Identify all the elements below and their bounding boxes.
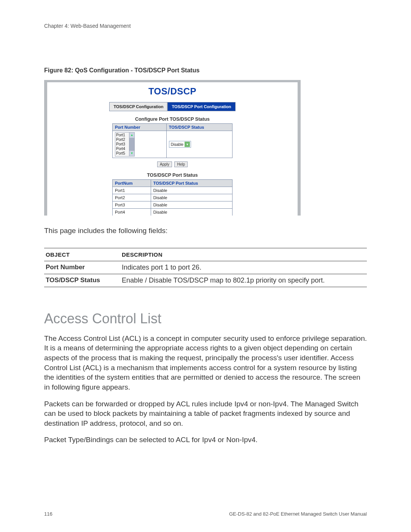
field-object: TOS/DSCP Status — [44, 274, 120, 287]
status-dropdown[interactable]: Disable ▾ — [169, 141, 191, 148]
configure-port-title: Configure Port TOS/DSCP Status — [47, 117, 298, 122]
dropdown-value: Disable — [171, 142, 183, 147]
chapter-label: Chapter 4: Web-Based Management — [44, 23, 367, 29]
table-row: Port2 Disable — [113, 194, 233, 201]
portstatus-cell: Disable — [151, 209, 232, 216]
portstatus-cell: Disable — [151, 201, 232, 209]
portstatus-cell: Disable — [151, 194, 232, 201]
table-row: TOS/DSCP Status Enable / Disable TOS/DSC… — [44, 274, 367, 287]
status-table: PortNum TOS/DSCP Port Status Port1 Disab… — [112, 179, 233, 216]
section-heading: Access Control List — [44, 311, 367, 327]
apply-button[interactable]: Apply — [157, 161, 172, 167]
tab-row: TOS/DSCP Configuration TOS/DSCP Port Con… — [47, 102, 298, 111]
scroll-down-icon[interactable]: ▼ — [129, 151, 134, 156]
button-row: Apply Help — [47, 160, 298, 167]
page-footer: 116 GE-DS-82 and 82-PoE Ethernet Managed… — [44, 511, 367, 517]
portnum-cell: Port3 — [113, 201, 151, 209]
portstatus-cell: Disable — [151, 187, 232, 194]
cfg-header-status: TOS/DSCP Status — [166, 124, 232, 131]
paragraph: Packets can be forwarded or dropped by A… — [44, 399, 367, 428]
scroll-up-icon[interactable]: ▲ — [129, 133, 134, 138]
page-number: 116 — [44, 511, 53, 517]
manual-title: GE-DS-82 and 82-PoE Ethernet Managed Swi… — [229, 511, 367, 517]
tab-port-config[interactable]: TOS/DSCP Port Configuration — [167, 102, 235, 111]
fields-header-object: OBJECT — [44, 248, 120, 261]
configure-table: Port Number TOS/DSCP Status Port1 Port2 … — [112, 123, 233, 158]
table-row: Port Number Indicates port 1 to port 26. — [44, 261, 367, 274]
field-desc: Indicates port 1 to port 26. — [120, 261, 367, 274]
portnum-cell: Port1 — [113, 187, 151, 194]
portnum-cell: Port2 — [113, 194, 151, 201]
field-object: Port Number — [44, 261, 120, 274]
screenshot-title: TOS/DSCP — [47, 86, 298, 97]
screenshot-panel: TOS/DSCP TOS/DSCP Configuration TOS/DSCP… — [47, 82, 298, 216]
screenshot-frame: TOS/DSCP TOS/DSCP Configuration TOS/DSCP… — [44, 80, 301, 216]
portnum-cell: Port4 — [113, 209, 151, 216]
fields-table: OBJECT DESCRIPTION Port Number Indicates… — [44, 248, 367, 287]
table-row: Port1 Disable — [113, 187, 233, 194]
table-row: Port3 Disable — [113, 201, 233, 209]
figure-caption: Figure 82: QoS Configuration - TOS/DSCP … — [44, 67, 367, 74]
table-row: Port4 Disable — [113, 209, 233, 216]
paragraph: The Access Control List (ACL) is a conce… — [44, 334, 367, 392]
scroll-track[interactable] — [129, 138, 134, 151]
status-header-status: TOS/DSCP Port Status — [151, 180, 232, 187]
fields-header-desc: DESCRIPTION — [120, 248, 367, 261]
status-header-portnum: PortNum — [113, 180, 151, 187]
intro-text: This page includes the following fields: — [44, 226, 367, 236]
status-cell: Disable ▾ — [166, 131, 232, 158]
port-number-cell: Port1 Port2 Port3 Port4 Port5 ▲ ▼ — [113, 131, 167, 158]
status-table-title: TOS/DSCP Port Status — [47, 173, 298, 178]
help-button[interactable]: Help — [174, 161, 188, 167]
field-desc: Enable / Disable TOS/DSCP map to 802.1p … — [120, 274, 367, 287]
port-listbox[interactable]: Port1 Port2 Port3 Port4 Port5 ▲ ▼ — [115, 132, 135, 157]
cfg-header-port: Port Number — [113, 124, 167, 131]
tab-config[interactable]: TOS/DSCP Configuration — [109, 102, 167, 111]
chevron-down-icon: ▾ — [185, 142, 190, 147]
paragraph: Packet Type/Bindings can be selected to … — [44, 435, 367, 445]
